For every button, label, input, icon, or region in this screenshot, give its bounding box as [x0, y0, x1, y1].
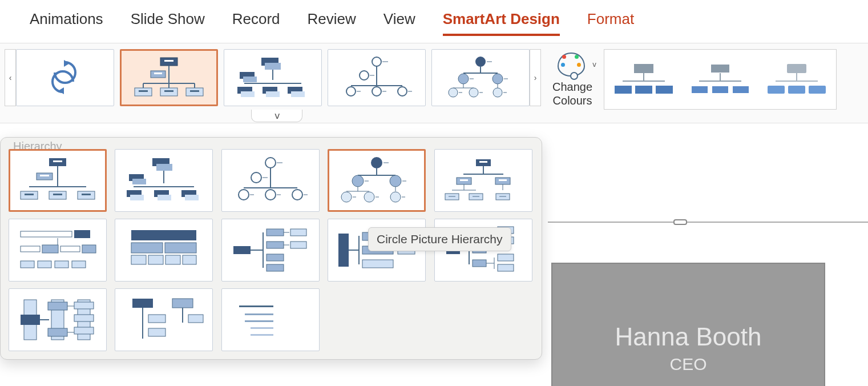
- svg-point-54: [469, 88, 478, 97]
- svg-rect-26: [266, 91, 280, 97]
- style-simple-fill[interactable]: [607, 52, 681, 107]
- svg-rect-162: [165, 255, 180, 264]
- svg-point-35: [346, 87, 356, 96]
- hierarchy-icon: [441, 155, 526, 206]
- dd-layout-horizontal-hierarchy[interactable]: [221, 219, 320, 282]
- svg-marker-0: [64, 60, 70, 67]
- svg-rect-173: [267, 254, 284, 261]
- ribbon-content: ‹: [0, 43, 868, 123]
- svg-rect-156: [72, 261, 86, 268]
- svg-rect-136: [499, 179, 507, 181]
- svg-rect-3: [164, 60, 173, 62]
- circle-picture-hierarchy-icon: [334, 155, 419, 206]
- change-colours-button[interactable]: ⅴ ChangeColours: [552, 49, 592, 107]
- dd-layout-labeled-hierarchy[interactable]: [9, 219, 107, 282]
- layout-thumb-org-chart[interactable]: [120, 49, 218, 106]
- svg-rect-95: [130, 195, 144, 200]
- tab-format[interactable]: Format: [587, 10, 634, 36]
- horizontal-hierarchy-icon: [228, 224, 313, 276]
- svg-rect-155: [55, 261, 68, 268]
- gallery-prev-button[interactable]: ‹: [5, 49, 16, 106]
- svg-rect-206: [74, 302, 94, 309]
- svg-rect-158: [131, 243, 163, 253]
- svg-point-127: [390, 192, 401, 202]
- layout-thumb-circle-picture[interactable]: [431, 49, 530, 106]
- tab-review[interactable]: Review: [308, 10, 356, 36]
- svg-rect-134: [460, 179, 468, 181]
- svg-rect-161: [148, 255, 163, 264]
- svg-point-103: [251, 172, 261, 183]
- dd-layout-list[interactable]: [221, 288, 320, 351]
- svg-rect-97: [158, 195, 171, 200]
- dd-layout-horizontal-labeled[interactable]: [9, 288, 107, 351]
- tab-animations[interactable]: Animations: [30, 10, 103, 36]
- ribbon-tabs: Animations Slide Show Record Review View…: [0, 0, 868, 43]
- svg-rect-152: [82, 245, 96, 253]
- hierarchy-list-icon: [228, 294, 313, 345]
- tab-record[interactable]: Record: [232, 10, 280, 36]
- dd-layout-tree[interactable]: [115, 288, 213, 351]
- svg-rect-68: [712, 86, 729, 94]
- chevron-down-icon: ⅴ: [592, 61, 596, 69]
- svg-rect-154: [38, 261, 51, 268]
- tab-slide-show[interactable]: Slide Show: [131, 10, 205, 36]
- svg-rect-58: [634, 64, 653, 73]
- dd-layout-circle-picture-hierarchy[interactable]: [328, 149, 426, 212]
- resize-handle[interactable]: [673, 219, 687, 225]
- tab-smartart-design[interactable]: SmartArt Design: [443, 10, 560, 36]
- svg-rect-198: [21, 315, 40, 325]
- svg-rect-85: [53, 194, 62, 195]
- svg-rect-217: [245, 313, 273, 315]
- node-name: Hanna Booth: [615, 323, 762, 351]
- style-white-outline[interactable]: [683, 52, 757, 107]
- svg-point-116: [352, 175, 364, 187]
- svg-point-32: [360, 71, 369, 80]
- tab-view[interactable]: View: [383, 10, 415, 36]
- svg-rect-175: [338, 234, 349, 267]
- svg-point-123: [341, 192, 352, 202]
- org-chart-node-ceo[interactable]: Hanna Booth CEO: [551, 263, 825, 386]
- svg-rect-149: [21, 246, 40, 252]
- svg-point-56: [493, 88, 502, 97]
- svg-point-106: [239, 190, 249, 200]
- svg-point-110: [292, 190, 302, 200]
- svg-rect-215: [188, 315, 203, 323]
- svg-rect-210: [172, 299, 193, 308]
- svg-rect-16: [190, 90, 199, 92]
- node-role: CEO: [669, 355, 706, 374]
- object-boundary: [548, 222, 868, 223]
- svg-point-41: [475, 57, 486, 67]
- gallery-next-button[interactable]: ›: [530, 49, 541, 106]
- dd-layout-hierarchy[interactable]: [434, 149, 532, 212]
- dd-layout-table-hierarchy[interactable]: [115, 219, 213, 282]
- svg-rect-14: [164, 90, 173, 92]
- svg-rect-169: [290, 229, 306, 236]
- layout-thumb-half-circle[interactable]: [328, 49, 426, 106]
- layout-thumb-title[interactable]: [224, 49, 322, 106]
- svg-rect-69: [732, 86, 749, 94]
- gallery-expand-button[interactable]: ⅴ: [251, 110, 302, 122]
- svg-rect-189: [473, 260, 486, 267]
- svg-rect-207: [74, 315, 94, 321]
- org-chart-icon: [129, 55, 209, 100]
- svg-marker-1: [58, 87, 64, 94]
- svg-rect-62: [635, 86, 652, 94]
- dd-layout-half-circle[interactable]: [221, 149, 320, 212]
- svg-rect-219: [251, 327, 273, 329]
- layout-thumb-cycle[interactable]: [16, 49, 114, 106]
- svg-rect-75: [809, 86, 826, 94]
- svg-rect-21: [243, 77, 257, 82]
- svg-rect-64: [710, 64, 730, 73]
- svg-rect-167: [267, 229, 284, 236]
- svg-rect-209: [132, 299, 153, 308]
- svg-rect-89: [156, 164, 172, 171]
- style-subtle-effect[interactable]: [760, 52, 834, 107]
- layout-gallery: [16, 49, 530, 106]
- svg-rect-160: [131, 255, 146, 264]
- dd-layout-name-title[interactable]: [115, 149, 213, 212]
- dd-layout-org-chart[interactable]: [9, 149, 107, 212]
- name-title-org-icon: [233, 55, 313, 100]
- svg-rect-67: [691, 86, 708, 94]
- svg-rect-99: [185, 195, 199, 200]
- svg-rect-87: [82, 194, 91, 195]
